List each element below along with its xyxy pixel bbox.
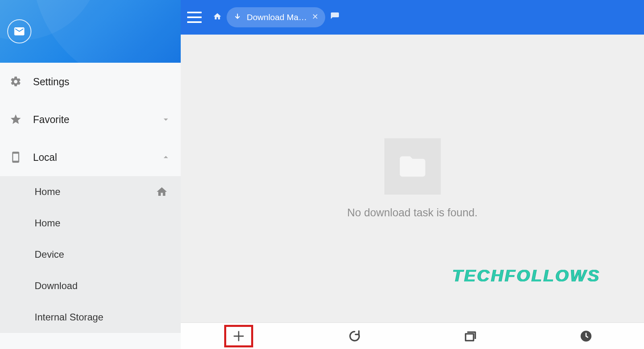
refresh-button[interactable] — [340, 325, 369, 347]
sub-item-device[interactable]: Device — [0, 239, 181, 270]
local-sublist: Home Home Device Download Internal Stora… — [0, 176, 181, 333]
tab-close-button[interactable] — [312, 13, 319, 22]
favorite-label: Favorite — [33, 114, 161, 125]
refresh-icon — [348, 329, 361, 343]
sub-item-label: Home — [35, 218, 171, 229]
add-button[interactable] — [224, 325, 253, 347]
star-icon — [10, 113, 33, 125]
chevron-down-icon — [161, 114, 171, 125]
watermark-text: TECHFOLLOWS — [452, 266, 601, 285]
sub-item-label: Internal Storage — [35, 312, 171, 323]
phone-icon — [10, 151, 33, 163]
content-area: No download task is found. TECHFOLLOWS — [181, 35, 644, 322]
sub-item-label: Download — [35, 280, 171, 292]
bottom-toolbar — [181, 322, 644, 349]
sub-item-label: Device — [35, 249, 171, 260]
empty-folder-icon — [384, 138, 441, 195]
mail-button[interactable] — [7, 19, 31, 43]
sidebar-item-favorite[interactable]: Favorite — [0, 101, 181, 138]
sub-item-home-current[interactable]: Home — [0, 176, 181, 207]
sidebar: Settings Favorite Local Home Home — [0, 0, 181, 349]
sidebar-item-settings[interactable]: Settings — [0, 63, 181, 101]
close-icon — [312, 13, 319, 20]
comment-button[interactable] — [330, 12, 340, 23]
download-icon — [233, 13, 242, 22]
sub-item-label: Home — [35, 186, 156, 197]
mail-icon — [13, 25, 25, 37]
settings-label: Settings — [33, 76, 171, 88]
windows-button[interactable] — [456, 325, 485, 347]
windows-icon — [463, 329, 477, 343]
empty-message: No download task is found. — [347, 207, 477, 219]
local-label: Local — [33, 152, 161, 163]
home-icon — [156, 186, 168, 198]
sub-item-home[interactable]: Home — [0, 207, 181, 239]
sidebar-item-local[interactable]: Local — [0, 138, 181, 176]
clock-button[interactable] — [572, 325, 601, 347]
hamburger-button[interactable] — [187, 9, 203, 25]
sub-item-internal-storage[interactable]: Internal Storage — [0, 302, 181, 333]
topbar: Download Ma… — [181, 0, 644, 35]
home-button[interactable] — [213, 12, 222, 23]
clock-icon — [579, 329, 593, 343]
sub-item-download[interactable]: Download — [0, 270, 181, 302]
plus-icon — [232, 329, 246, 343]
sidebar-header — [0, 0, 181, 63]
gear-icon — [10, 76, 33, 88]
sidebar-menu: Settings Favorite Local Home Home — [0, 63, 181, 349]
chevron-up-icon — [161, 152, 171, 162]
tab-label: Download Ma… — [247, 12, 307, 22]
main-area: Download Ma… No download task is found. … — [181, 0, 644, 349]
tab-download-manager[interactable]: Download Ma… — [227, 7, 325, 27]
